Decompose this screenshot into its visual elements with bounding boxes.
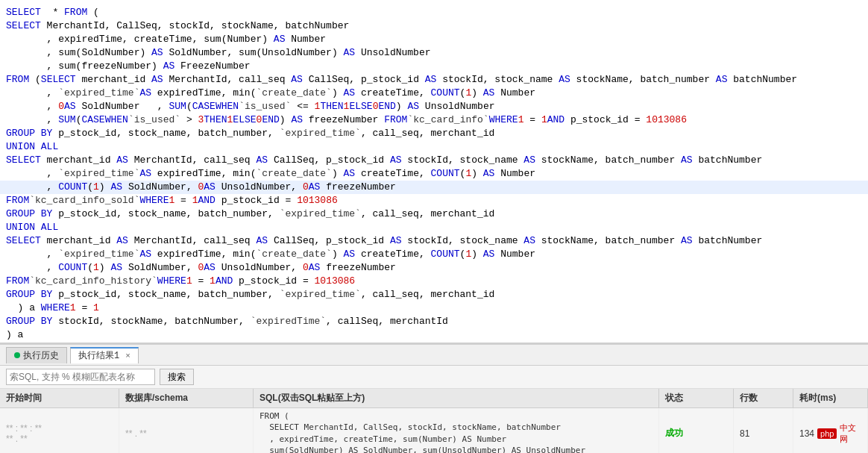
sql-line: FROM `kc_card_info_history` WHERE 1 = 1 … [0,275,868,288]
sql-preview: FROM ( SELECT MerchantId, CallSeq, stock… [260,410,585,453]
start-date-value: ** . ** [6,434,28,444]
cell-status: 成功 [659,408,734,453]
sql-line: GROUP BY stockId, stockName, batchNumber… [0,315,868,328]
sql-line: SELECT merchant_id AS MerchantId, call_s… [0,154,868,167]
sql-line: , sum(SoldNumber) AS SoldNumber, sum(Uns… [0,46,868,60]
start-time-value: ** : ** : ** [6,423,42,434]
tab-dot [14,352,20,358]
header-status: 状态 [659,389,734,407]
search-button[interactable]: 搜索 [160,369,194,385]
cell-rows: 81 [734,408,793,453]
status-value: 成功 [665,427,683,440]
sql-line: ) a [0,328,868,342]
rows-value: 81 [740,428,749,439]
cell-sql[interactable]: FROM ( SELECT MerchantId, CallSeq, stock… [254,408,659,453]
sql-line: UNION ALL [0,140,868,154]
sql-line: , `expired_time` AS expiredTime, min(`cr… [0,167,868,181]
php-badge: php [817,428,837,439]
header-rows: 行数 [734,389,793,407]
sql-line: SELECT MerchantId, CallSeq, stockId, sto… [0,19,868,33]
tab-label: 执行历史 [23,349,59,362]
time-value: 134 [799,428,814,439]
sql-line: , 0 AS SoldNumber , SUM(CASE WHEN `is_us… [0,100,868,113]
header-time: 耗时(ms) [793,389,868,407]
tab-bar: 执行历史 执行结果1 × [0,345,868,366]
cell-time: 134 php 中文网 [793,408,868,453]
sql-line: FROM (SELECT merchant_id AS MerchantId, … [0,73,868,87]
sql-line: FROM `kc_card_info_sold` WHERE 1 = 1 AND… [0,194,868,207]
sql-line: GROUP BY p_stock_id, stock_name, batch_n… [0,207,868,221]
search-bar: 搜索 [0,366,868,389]
cn-badge: 中文网 [840,422,861,445]
sql-line: , sum(freezeNumber) AS FreezeNumber [0,60,868,73]
sql-line: , expiredTime, createTime, sum(Number) A… [0,33,868,46]
sql-line: GROUP BY p_stock_id, stock_name, batch_n… [0,127,868,140]
header-sql: SQL(双击SQL粘贴至上方) [254,389,659,407]
header-database: 数据库/schema [119,389,254,407]
tab-execution-history[interactable]: 执行历史 [6,347,67,363]
table-header: 开始时间 数据库/schema SQL(双击SQL粘贴至上方) 状态 行数 耗时… [0,389,868,408]
sql-line: SELECT * FROM ( [0,6,868,19]
sql-line: , `expired_time` AS expiredTime, min(`cr… [0,87,868,100]
tab-execution-result[interactable]: 执行结果1 × [70,347,139,363]
cell-start-time: ** : ** : ** ** . ** [0,408,119,453]
sql-lines: SELECT * FROM ( SELECT MerchantId, CallS… [0,6,868,342]
sql-line: , SUM(CASE WHEN `is_used` > 3 THEN 1 ELS… [0,113,868,127]
sql-line: , COUNT(1) AS SoldNumber, 0 AS UnsoldNum… [0,181,868,194]
sql-line: , `expired_time` AS expiredTime, min(`cr… [0,248,868,261]
sql-line: UNION ALL [0,221,868,234]
sql-line: SELECT merchant_id AS MerchantId, call_s… [0,234,868,248]
table-row[interactable]: ** : ** : ** ** . ** ** . ** FROM ( SELE… [0,408,868,453]
cell-database: ** . ** [119,408,254,453]
search-input[interactable] [6,369,155,385]
sql-line: ) a WHERE 1 = 1 [0,302,868,315]
tab-label: 执行结果1 [78,349,119,362]
sql-line: GROUP BY p_stock_id, stock_name, batch_n… [0,288,868,302]
tab-close-icon[interactable]: × [125,352,130,360]
results-table: 开始时间 数据库/schema SQL(双击SQL粘贴至上方) 状态 行数 耗时… [0,389,868,453]
database-value: ** . ** [125,428,147,439]
bottom-panel: 执行历史 执行结果1 × 搜索 开始时间 数据库/schema SQL(双击SQ… [0,343,868,453]
sql-editor[interactable]: SELECT * FROM ( SELECT MerchantId, CallS… [0,0,868,343]
sql-line: , COUNT(1) AS SoldNumber, 0 AS UnsoldNum… [0,261,868,275]
header-start-time: 开始时间 [0,389,119,407]
